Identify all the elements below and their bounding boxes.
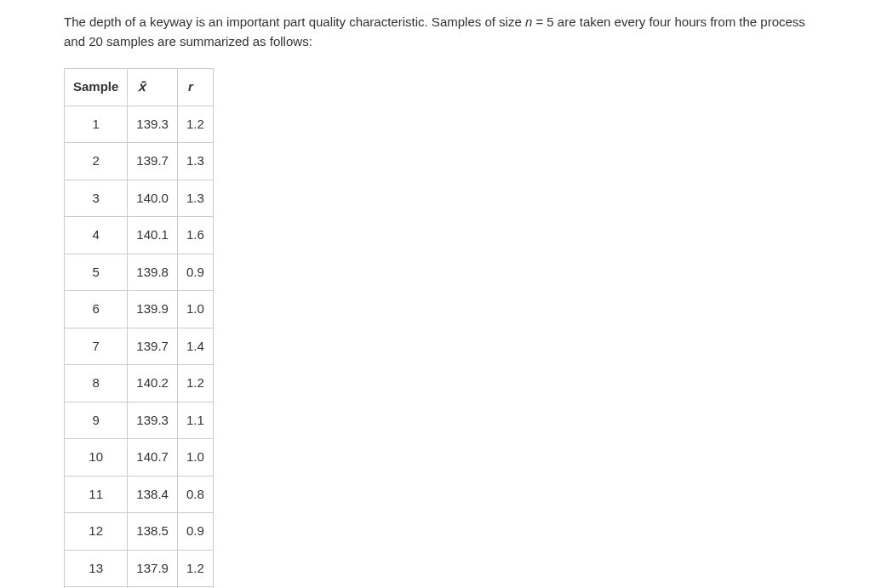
cell-r: 1.1	[177, 402, 213, 439]
table-row: 13137.91.2	[65, 550, 214, 587]
table-row: 9139.31.1	[65, 402, 214, 439]
cell-r: 0.9	[177, 513, 213, 551]
problem-statement: The depth of a keyway is an important pa…	[64, 13, 806, 51]
cell-r: 1.2	[177, 365, 213, 402]
cell-r: 0.8	[177, 476, 213, 513]
cell-xbar: 140.2	[128, 365, 178, 402]
cell-r: 1.3	[177, 143, 213, 180]
cell-sample: 6	[65, 291, 128, 328]
table-row: 4140.11.6	[65, 217, 214, 254]
header-xbar: x̄	[128, 69, 178, 106]
table-row: 7139.71.4	[65, 328, 214, 365]
table-row: 1139.31.2	[65, 106, 214, 143]
variable-n: n	[525, 14, 532, 29]
cell-xbar: 139.9	[128, 291, 178, 328]
cell-xbar: 140.7	[128, 439, 178, 477]
cell-sample: 12	[65, 513, 128, 551]
cell-sample: 13	[65, 550, 128, 587]
cell-sample: 10	[65, 439, 128, 477]
data-table: Sample x̄ r 1139.31.22139.71.33140.01.34…	[64, 68, 214, 588]
header-sample: Sample	[65, 69, 128, 106]
cell-r: 1.0	[177, 439, 213, 477]
cell-r: 1.3	[177, 180, 213, 217]
cell-sample: 4	[65, 217, 128, 254]
table-row: 10140.71.0	[65, 439, 214, 477]
cell-sample: 8	[65, 365, 128, 402]
cell-sample: 7	[65, 328, 128, 365]
cell-xbar: 140.0	[128, 180, 178, 217]
cell-xbar: 138.4	[128, 476, 178, 513]
problem-text-part1: The depth of a keyway is an important pa…	[64, 14, 525, 29]
table-row: 11138.40.8	[65, 476, 214, 513]
cell-sample: 2	[65, 143, 128, 180]
cell-r: 1.2	[177, 106, 213, 143]
cell-xbar: 139.7	[128, 328, 178, 365]
cell-xbar: 137.9	[128, 550, 178, 587]
cell-sample: 1	[65, 106, 128, 143]
table-row: 5139.80.9	[65, 254, 214, 291]
cell-xbar: 138.5	[128, 513, 178, 551]
table-row: 8140.21.2	[65, 365, 214, 402]
table-header-row: Sample x̄ r	[65, 69, 214, 106]
cell-xbar: 139.7	[128, 143, 178, 180]
header-r: r	[177, 69, 213, 106]
cell-r: 1.2	[177, 550, 213, 587]
cell-r: 1.6	[177, 217, 213, 254]
cell-sample: 9	[65, 402, 128, 439]
table-row: 12138.50.9	[65, 513, 214, 551]
table-row: 3140.01.3	[65, 180, 214, 217]
cell-xbar: 139.8	[128, 254, 178, 291]
table-row: 6139.91.0	[65, 291, 214, 328]
cell-r: 1.4	[177, 328, 213, 365]
table-row: 2139.71.3	[65, 143, 214, 180]
cell-xbar: 139.3	[128, 402, 178, 439]
cell-sample: 11	[65, 476, 128, 513]
cell-r: 1.0	[177, 291, 213, 328]
cell-sample: 5	[65, 254, 128, 291]
cell-xbar: 140.1	[128, 217, 178, 254]
cell-sample: 3	[65, 180, 128, 217]
cell-xbar: 139.3	[128, 106, 178, 143]
cell-r: 0.9	[177, 254, 213, 291]
